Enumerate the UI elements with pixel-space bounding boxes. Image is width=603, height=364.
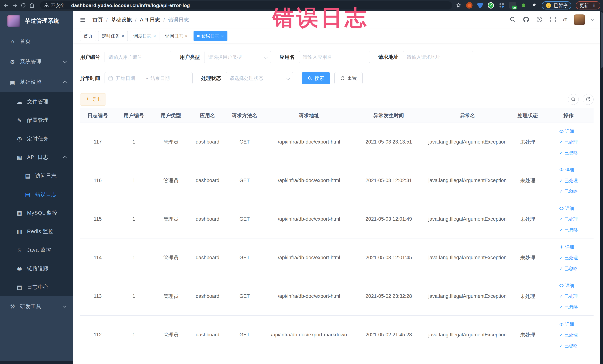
cell-method: GET [226,277,264,316]
action-detail-link[interactable]: 详细 [559,282,574,289]
action-processed-link[interactable]: ✓已处理 [559,139,578,145]
address-bar[interactable]: 不安全 dashboard.yudao.iocoder.cn/infra/log… [40,1,452,10]
hamburger-icon[interactable] [79,16,87,24]
breadcrumb-infra[interactable]: 基础设施 [111,16,132,23]
action-detail-link[interactable]: 详细 [559,244,574,250]
start-date-input[interactable] [116,75,144,81]
sidebar-item-6[interactable]: ▧ API 日志 [0,148,73,166]
sidebar-item-11[interactable]: ♨ Java 监控 [0,241,73,259]
request-url-input[interactable] [407,54,469,60]
sidebar-item-14[interactable]: ⚒ 研发工具 [0,296,73,317]
browser-back-icon[interactable] [3,2,10,9]
user-id-input[interactable] [108,54,167,60]
action-ignored-link[interactable]: ✓已忽略 [559,304,578,310]
cell-method: GET [226,200,264,238]
action-detail-link[interactable]: 详细 [559,167,574,173]
extension-icon[interactable] [466,2,473,9]
action-detail-link[interactable]: 详细 [559,205,574,211]
bookmark-star-icon[interactable] [455,2,462,9]
app-name-input[interactable] [303,54,366,60]
action-detail-link[interactable]: 详细 [559,128,574,134]
tab-4[interactable]: 错误日志 × [194,31,227,41]
action-processed-link[interactable]: ✓已处理 [559,216,578,222]
sidebar-item-0[interactable]: ⌂ 首页 [0,31,73,52]
browser-home-icon[interactable] [28,2,35,9]
action-ignored-link[interactable]: ✓已忽略 [559,343,578,349]
profile-paused-button[interactable]: 已暂停 [542,1,571,10]
search-icon[interactable] [509,16,516,23]
extensions-puzzle-icon[interactable] [531,2,537,9]
date-range-picker[interactable]: - [104,72,193,84]
cell-request-url: /api/infra/db-doc/export-html [264,200,354,238]
cell-exception-name: java.lang.IllegalArgumentException [423,161,512,200]
user-avatar[interactable] [574,14,585,25]
action-processed-link[interactable]: ✓已处理 [559,178,578,184]
sidebar-item-label: 定时任务 [27,135,48,142]
tags-view: 首页 定时任务 × 调度日志 × 访问日志 × 错误日志 × [73,29,600,43]
action-processed-link[interactable]: ✓已处理 [559,332,578,338]
help-icon[interactable] [536,16,543,23]
end-date-input[interactable] [151,75,178,81]
tab-2[interactable]: 调度日志 × [130,31,159,41]
extensions-grid-icon[interactable] [499,2,505,9]
cell-exception-time: 2021-05-03 12:01:49 [354,200,423,238]
sidebar-item-8[interactable]: ▤ 错误日志 [0,185,73,204]
sidebar-item-10[interactable]: ▥ Redis 监控 [0,222,73,241]
browser-forward-icon[interactable] [11,2,19,9]
action-ignored-link[interactable]: ✓已忽略 [559,227,578,233]
app-title: 芋道管理系统 [25,17,59,25]
chevron-down-icon[interactable] [591,18,594,21]
action-detail-link[interactable]: 详细 [559,321,574,327]
browser-update-button[interactable]: 更新 ⋮ [576,1,600,10]
cell-user-type: 管理员 [152,161,189,200]
sidebar-bottom-strip [0,361,73,364]
reset-button[interactable]: 重置 [334,72,363,84]
extension-icon[interactable]: on [509,2,516,9]
breadcrumb-home[interactable]: 首页 [93,16,103,23]
sidebar-item-3[interactable]: ☁ 文件管理 [0,92,73,111]
action-ignored-link[interactable]: ✓已忽略 [559,150,578,156]
page-scrollbar[interactable] [600,11,603,364]
check-icon: ✓ [559,305,563,309]
user-type-select-input[interactable] [208,54,267,60]
action-ignored-link[interactable]: ✓已忽略 [559,188,578,194]
sidebar-item-13[interactable]: ▤ 日志中心 [0,278,73,296]
search-button[interactable]: 搜索 [302,72,330,84]
export-button[interactable]: 导出 [80,93,106,106]
fullscreen-icon[interactable] [549,16,556,23]
process-status-select-input[interactable] [230,75,289,81]
close-icon[interactable]: × [153,34,156,38]
action-processed-link[interactable]: ✓已处理 [559,293,578,299]
close-icon[interactable]: × [185,34,188,38]
sidebar-item-9[interactable]: ▦ MySQL 监控 [0,204,73,222]
sidebar-item-4[interactable]: ✎ 配置管理 [0,111,73,129]
sidebar-item-2[interactable]: ▣ 基础设施 [0,72,73,92]
close-icon[interactable]: × [121,34,124,38]
extension-icon[interactable] [477,2,483,9]
browser-menu-icon[interactable]: ⋮ [592,3,597,8]
sidebar-item-1[interactable]: ⚙ 系统管理 [0,52,73,72]
sidebar-item-7[interactable]: ▤ 访问日志 [0,166,73,185]
action-ignored-link[interactable]: ✓已忽略 [559,266,578,271]
tab-1[interactable]: 定时任务 × [98,31,128,41]
breadcrumb-api-log[interactable]: API 日志 [140,16,160,23]
close-icon[interactable]: × [221,34,224,38]
refresh-table-button[interactable] [583,94,593,105]
user-type-select[interactable] [204,51,271,63]
sidebar-item-5[interactable]: ◷ 定时任务 [0,129,73,148]
browser-reload-icon[interactable] [20,2,27,9]
toggle-search-button[interactable] [568,94,579,105]
github-icon[interactable] [523,16,529,23]
sidebar-item-12[interactable]: ◉ 链路追踪 [0,259,73,278]
breadcrumb: 首页 / 基础设施 / API 日志 / 错误日志 [93,16,189,23]
extension-icon[interactable]: ❋ [520,2,527,9]
tab-3[interactable]: 访问日志 × [162,31,191,41]
action-processed-link[interactable]: ✓已处理 [559,255,578,261]
font-size-icon[interactable]: тТ [563,17,568,23]
check-icon: ✓ [559,228,563,232]
app-logo[interactable]: 芋道管理系统 [0,11,73,31]
extension-icon[interactable]: ✓ [488,2,494,9]
tab-label: 访问日志 [165,33,183,39]
process-status-select[interactable] [226,72,293,84]
tab-0[interactable]: 首页 [80,31,96,41]
